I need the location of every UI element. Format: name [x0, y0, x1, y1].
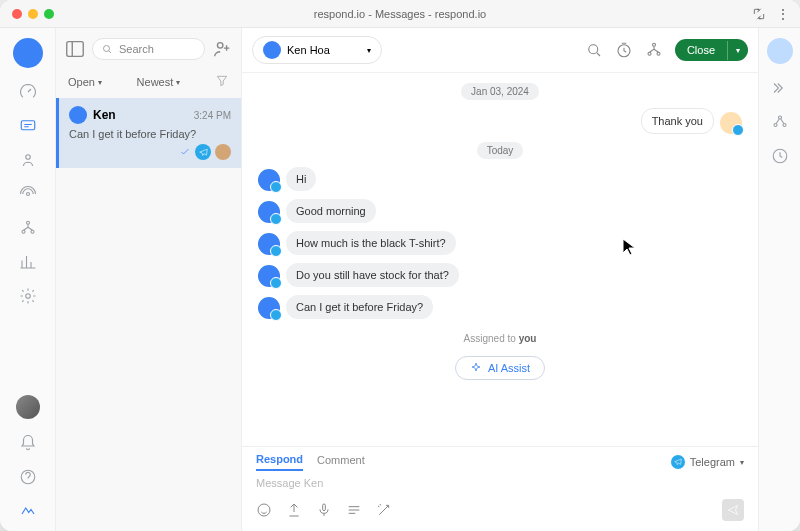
sort-filter[interactable]: Newest▾: [137, 76, 181, 88]
tab-respond[interactable]: Respond: [256, 453, 303, 471]
right-panel: [758, 28, 800, 531]
date-separator: Today: [477, 142, 524, 159]
browser-menu-icon[interactable]: ⋮: [776, 7, 790, 21]
logo-icon: [18, 501, 38, 521]
date-separator: Jan 03, 2024: [461, 83, 539, 100]
svg-point-20: [783, 124, 786, 127]
status-filter[interactable]: Open▾: [68, 76, 102, 88]
contact-selector[interactable]: Ken Hoa ▾: [252, 36, 382, 64]
message-bubble: Thank you: [641, 108, 714, 134]
search-placeholder: Search: [119, 43, 154, 55]
channel-selector[interactable]: Telegram ▾: [671, 455, 744, 469]
message-bubble: Can I get it before Friday?: [286, 295, 433, 319]
ai-assist-button[interactable]: AI Assist: [455, 356, 545, 380]
contact-avatar: [258, 201, 280, 223]
svg-point-4: [22, 230, 25, 233]
assigned-label: Assigned to you: [464, 333, 537, 344]
message-in: How much is the black T-shirt?: [258, 231, 742, 255]
close-window[interactable]: [12, 9, 22, 19]
attachment-icon[interactable]: [286, 502, 302, 518]
notifications-icon[interactable]: [18, 433, 38, 453]
contact-name: Ken Hoa: [287, 44, 361, 56]
conversation-time: 3:24 PM: [194, 110, 231, 121]
message-bubble: Do you still have stock for that?: [286, 263, 459, 287]
inbox-panel: Search Open▾ Newest▾ Ken 3:24 PM Can I g…: [56, 28, 242, 531]
chevron-down-icon: ▾: [740, 458, 744, 467]
window-title: respond.io - Messages - respond.io: [314, 8, 486, 20]
composer: Respond Comment Telegram ▾ Message Ken: [242, 446, 758, 531]
telegram-icon: [671, 455, 685, 469]
workflow-icon[interactable]: [18, 218, 38, 238]
search-input[interactable]: Search: [92, 38, 205, 60]
svg-rect-0: [21, 121, 35, 130]
user-avatar[interactable]: [16, 395, 40, 419]
conversation-item[interactable]: Ken 3:24 PM Can I get it before Friday?: [56, 98, 241, 168]
channel-label: Telegram: [690, 456, 735, 468]
workspace-avatar[interactable]: [13, 38, 43, 68]
minimize-window[interactable]: [28, 9, 38, 19]
titlebar: respond.io - Messages - respond.io ⋮: [0, 0, 800, 28]
svg-point-13: [652, 43, 655, 46]
timeline-icon[interactable]: [770, 146, 790, 166]
assign-icon[interactable]: [645, 41, 663, 59]
contact-avatar: [258, 265, 280, 287]
chevron-down-icon: ▾: [367, 46, 371, 55]
help-icon[interactable]: [18, 467, 38, 487]
extension-icon[interactable]: [752, 7, 766, 21]
svg-point-15: [657, 52, 660, 55]
snooze-icon[interactable]: [615, 41, 633, 59]
message-bubble: Hi: [286, 167, 316, 191]
send-button[interactable]: [722, 499, 744, 521]
ai-assist-label: AI Assist: [488, 362, 530, 374]
messages-icon[interactable]: [18, 116, 38, 136]
add-contact-icon[interactable]: [211, 38, 233, 60]
svg-point-18: [778, 116, 781, 119]
contact-avatar: [69, 106, 87, 124]
contact-avatar: [258, 169, 280, 191]
maximize-window[interactable]: [44, 9, 54, 19]
svg-point-14: [648, 52, 651, 55]
message-in: Do you still have stock for that?: [258, 263, 742, 287]
svg-point-19: [774, 124, 777, 127]
reports-icon[interactable]: [18, 252, 38, 272]
dashboard-icon[interactable]: [18, 82, 38, 102]
search-chat-icon[interactable]: [585, 41, 603, 59]
message-list: Jan 03, 2024 Thank you Today Hi Good mor…: [242, 73, 758, 446]
svg-point-5: [31, 230, 34, 233]
magic-icon[interactable]: [376, 502, 392, 518]
svg-point-11: [589, 45, 598, 54]
close-label: Close: [675, 39, 727, 61]
message-out: Thank you: [258, 108, 742, 134]
message-in: Hi: [258, 167, 742, 191]
contact-name: Ken: [93, 108, 188, 122]
agent-avatar: [720, 112, 742, 134]
message-input[interactable]: Message Ken: [242, 471, 758, 495]
panel-toggle-icon[interactable]: [64, 38, 86, 60]
voice-icon[interactable]: [316, 502, 332, 518]
contact-info-avatar[interactable]: [767, 38, 793, 64]
expand-icon[interactable]: [770, 78, 790, 98]
settings-icon[interactable]: [18, 286, 38, 306]
sparkle-icon: [470, 362, 482, 374]
snippet-icon[interactable]: [346, 502, 362, 518]
contacts-icon[interactable]: [18, 150, 38, 170]
assignee-avatar: [215, 144, 231, 160]
svg-point-16: [258, 504, 270, 516]
filter-icon[interactable]: [215, 74, 229, 90]
activity-icon[interactable]: [770, 112, 790, 132]
svg-rect-8: [67, 42, 84, 57]
close-caret[interactable]: ▾: [727, 41, 748, 60]
chevron-down-icon: ▾: [98, 78, 102, 87]
svg-point-10: [217, 43, 223, 49]
broadcast-icon[interactable]: [18, 184, 38, 204]
contact-avatar: [263, 41, 281, 59]
conversation-preview: Can I get it before Friday?: [69, 128, 231, 140]
close-button[interactable]: Close ▾: [675, 39, 748, 61]
svg-point-6: [25, 294, 30, 299]
emoji-icon[interactable]: [256, 502, 272, 518]
svg-point-9: [104, 46, 110, 52]
chevron-down-icon: ▾: [176, 78, 180, 87]
svg-rect-17: [323, 504, 326, 511]
svg-point-3: [26, 221, 29, 224]
tab-comment[interactable]: Comment: [317, 454, 365, 470]
